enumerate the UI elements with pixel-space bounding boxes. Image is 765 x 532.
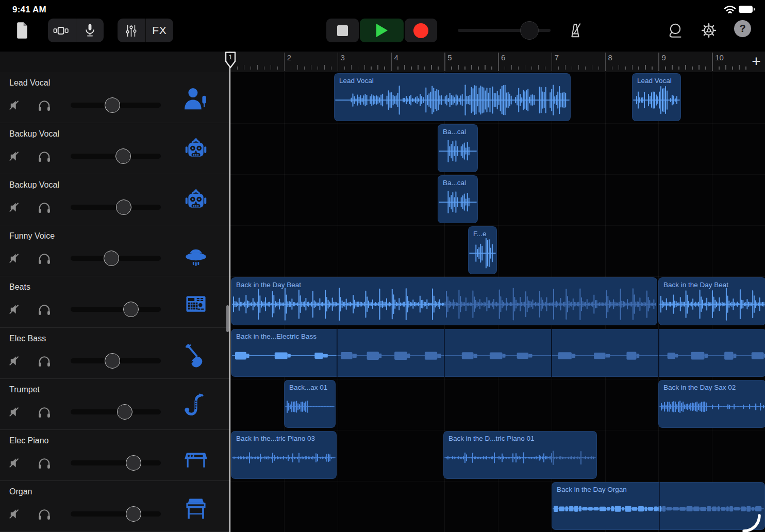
instrument-view-button[interactable] (76, 19, 104, 42)
view-toggle (48, 19, 104, 42)
audio-region[interactable]: Back in the Day Beat (231, 277, 657, 325)
mute-icon[interactable] (7, 301, 24, 318)
track-header-9[interactable]: Organ (0, 481, 229, 532)
playhead-marker[interactable]: 1 (225, 52, 236, 69)
plus-icon: + (752, 53, 761, 70)
stop-button[interactable] (326, 19, 359, 42)
headphones-icon[interactable] (36, 250, 53, 267)
audio-region[interactable]: Back in the...tric Piano 03 (231, 431, 337, 479)
track-volume-slider[interactable] (71, 307, 161, 312)
headphones-icon[interactable] (36, 96, 53, 114)
track-volume-slider[interactable] (71, 103, 161, 108)
mute-icon[interactable] (7, 403, 24, 421)
vocalist-icon[interactable] (182, 86, 210, 113)
track-volume-slider[interactable] (71, 409, 161, 414)
track-header-5[interactable]: Beats (0, 276, 229, 327)
headphones-icon[interactable] (36, 352, 53, 370)
mute-icon[interactable] (7, 198, 24, 216)
track-volume-slider[interactable] (71, 205, 161, 210)
mute-icon[interactable] (7, 250, 24, 267)
track-header-4[interactable]: Funny Voice (0, 225, 229, 276)
headphones-icon[interactable] (36, 454, 53, 472)
mute-icon[interactable] (7, 352, 24, 370)
audio-region[interactable]: Back in the Day Sax 02 (658, 380, 765, 428)
mute-icon[interactable] (7, 454, 24, 472)
robot-icon[interactable] (182, 188, 210, 215)
saxophone-icon[interactable] (182, 392, 210, 420)
organ-icon[interactable] (182, 494, 210, 522)
headphones-icon[interactable] (36, 147, 53, 165)
track-volume-knob[interactable] (117, 404, 132, 420)
vertical-scroll-indicator[interactable] (226, 305, 229, 332)
settings-button[interactable] (698, 20, 720, 41)
track-volume-slider[interactable] (71, 460, 161, 466)
track-volume-knob[interactable] (126, 455, 141, 471)
track-header-3[interactable]: Backup Vocal (0, 174, 229, 225)
track-header-7[interactable]: Trumpet (0, 379, 229, 430)
track-volume-knob[interactable] (123, 302, 139, 317)
add-section-button[interactable]: + (747, 53, 765, 70)
ruler-tick (739, 65, 740, 70)
mute-icon[interactable] (7, 96, 24, 114)
headphones-icon[interactable] (36, 403, 53, 421)
track-volume-slider[interactable] (71, 256, 161, 261)
track-header-2[interactable]: Backup Vocal (0, 123, 229, 174)
track-volume-knob[interactable] (104, 251, 119, 266)
metronome-button[interactable] (564, 20, 586, 41)
my-songs-button[interactable] (12, 19, 33, 42)
audio-region[interactable]: Back in the Day Beat (658, 277, 765, 325)
headphones-icon[interactable] (36, 198, 53, 216)
ruler-tick (505, 66, 506, 70)
ruler-tick (632, 65, 633, 70)
mute-icon[interactable] (7, 505, 24, 523)
ruler-tick (358, 66, 359, 70)
audio-region[interactable]: Lead Vocal (334, 73, 571, 121)
bass-guitar-icon[interactable] (182, 341, 210, 369)
microphone-icon (80, 21, 99, 40)
master-volume-knob[interactable] (520, 21, 539, 40)
ufo-icon[interactable] (182, 239, 210, 267)
region-label: Back in the...tric Piano 03 (236, 435, 315, 442)
track-volume-slider[interactable] (71, 358, 161, 363)
ruler-bar-label: 10 (715, 53, 724, 62)
track-volume-knob[interactable] (105, 97, 120, 113)
ruler-tick (478, 66, 479, 70)
audio-region[interactable]: Ba...cal (438, 175, 478, 223)
ruler-tick (612, 66, 613, 70)
master-volume-slider[interactable] (458, 29, 551, 32)
audio-region[interactable]: Lead Vocal (632, 73, 681, 121)
mute-icon[interactable] (7, 147, 24, 165)
drum-machine-icon[interactable] (182, 290, 210, 318)
audio-region[interactable]: Back in the Day Organ (552, 482, 765, 530)
mixer-levels-icon (122, 21, 141, 40)
loop-browser-button[interactable] (664, 20, 686, 41)
track-volume-slider[interactable] (71, 511, 161, 517)
track-volume-knob[interactable] (126, 506, 141, 522)
fx-button[interactable]: FX (145, 19, 174, 42)
mixer-button[interactable] (118, 19, 145, 42)
tracks-view-icon (52, 21, 71, 40)
audio-region[interactable]: Ba...cal (438, 124, 478, 172)
audio-region[interactable]: Back...ax 01 (284, 380, 336, 428)
track-volume-knob[interactable] (116, 200, 131, 215)
headphones-icon[interactable] (36, 505, 53, 523)
play-button[interactable] (360, 19, 404, 42)
tracks-view-button[interactable] (48, 19, 76, 42)
track-volume-slider[interactable] (71, 154, 161, 159)
timeline-grid[interactable]: Lead VocalLead VocalBa...calBa...calF...… (229, 72, 765, 532)
electric-piano-icon[interactable] (182, 443, 210, 471)
track-header-6[interactable]: Elec Bass (0, 328, 229, 379)
audio-region[interactable]: F...e (468, 226, 497, 274)
robot-icon[interactable] (182, 137, 210, 164)
record-button[interactable] (405, 19, 437, 42)
help-button[interactable]: ? (734, 20, 751, 37)
audio-region[interactable]: Back in the...Electric Bass (231, 329, 765, 377)
track-volume-knob[interactable] (105, 353, 120, 369)
ruler-tick (585, 66, 586, 70)
track-header-8[interactable]: Elec Piano (0, 430, 229, 481)
headphones-icon[interactable] (36, 301, 53, 318)
track-header-1[interactable]: Lead Vocal (0, 72, 229, 123)
audio-region[interactable]: Back in the D...tric Piano 01 (443, 431, 597, 479)
timeline-ruler[interactable]: + 2345678910 (0, 52, 765, 72)
track-volume-knob[interactable] (115, 148, 131, 164)
